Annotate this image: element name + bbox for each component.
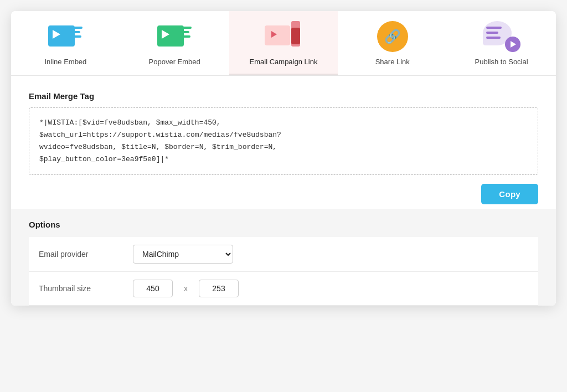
thumbnail-size-label: Thumbnail size (39, 284, 122, 293)
options-section: Options Email provider MailChimp Constan… (11, 209, 556, 306)
copy-button[interactable]: Copy (481, 184, 538, 204)
email-campaign-icon (265, 21, 302, 52)
thumbnail-width-input[interactable] (133, 280, 173, 297)
tab-publish-social-label: Publish to Social (475, 58, 528, 66)
inline-embed-icon (47, 21, 84, 52)
email-provider-label: Email provider (39, 250, 122, 259)
options-title: Options (29, 220, 538, 229)
tab-share-link-label: Share Link (375, 58, 410, 66)
publish-social-icon (483, 21, 520, 52)
tab-publish-social[interactable]: Publish to Social (447, 11, 556, 75)
times-symbol: x (184, 284, 188, 293)
tab-inline-embed-label: Inline Embed (44, 58, 86, 66)
tab-email-campaign-label: Email Campaign Link (250, 58, 318, 66)
email-provider-select[interactable]: MailChimp Constant Contact Campaign Moni… (133, 245, 233, 264)
merge-tag-code[interactable]: *|WISTIA:[$vid=fve8udsban, $max_width=45… (29, 107, 538, 175)
copy-row: Copy (29, 184, 538, 204)
modal-container: Inline Embed Popover Embed (11, 11, 556, 306)
thumbnail-height-input[interactable] (199, 280, 239, 297)
tab-email-campaign[interactable]: Email Campaign Link (229, 11, 338, 75)
tab-share-link[interactable]: 🔗 Share Link (338, 11, 447, 75)
main-content: Email Merge Tag *|WISTIA:[$vid=fve8udsba… (11, 76, 556, 306)
link-icon: 🔗 (384, 29, 401, 44)
popover-embed-icon (156, 21, 193, 52)
tab-bar: Inline Embed Popover Embed (11, 11, 556, 76)
email-provider-row: Email provider MailChimp Constant Contac… (29, 237, 538, 272)
merge-tag-title: Email Merge Tag (29, 91, 538, 101)
tab-popover-embed-label: Popover Embed (149, 58, 200, 66)
share-link-icon: 🔗 (374, 21, 411, 52)
thumbnail-size-row: Thumbnail size x (29, 272, 538, 306)
tab-popover-embed[interactable]: Popover Embed (120, 11, 229, 75)
tab-inline-embed[interactable]: Inline Embed (11, 11, 120, 75)
